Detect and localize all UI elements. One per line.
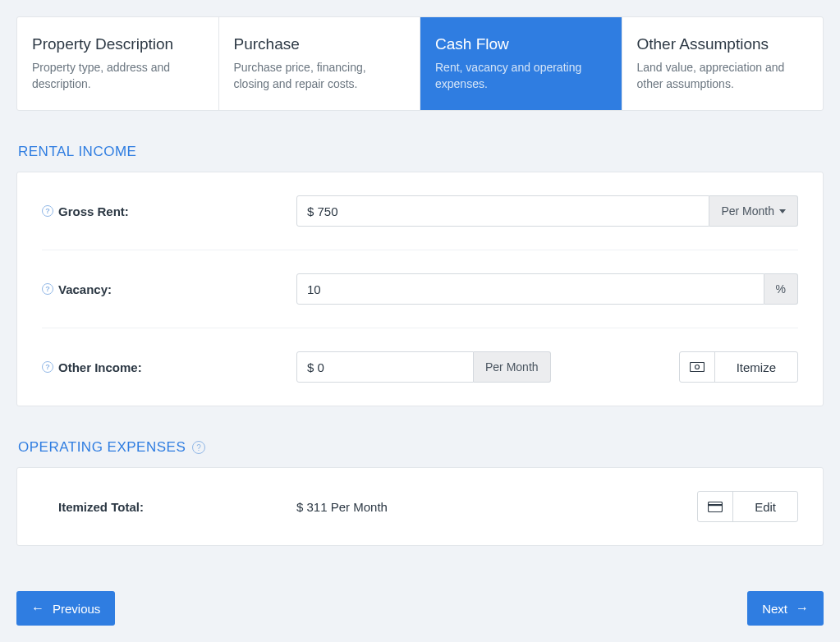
section-header-rental-income: RENTAL INCOME [18,144,824,160]
wizard-tabs: Property Description Property type, addr… [16,16,824,111]
help-icon[interactable]: ? [42,361,53,373]
label-col: ? Gross Rent: [42,204,296,218]
period-label: Per Month [485,360,539,374]
row-other-income: ? Other Income: Per Month Itemize [42,328,798,406]
section-title: RENTAL INCOME [18,144,136,160]
next-button[interactable]: Next → [747,591,824,626]
page-container: Property Description Property type, addr… [0,0,840,642]
input-col: Per Month Itemize [296,351,798,383]
itemize-label: Itemize [715,360,797,374]
itemized-total-label: Itemized Total: [58,500,144,514]
row-vacancy: ? Vacancy: % [42,250,798,328]
section-title: OPERATING EXPENSES [18,439,186,456]
gross-rent-period-dropdown[interactable]: Per Month [709,195,798,227]
label-col: Itemized Total: [42,500,296,514]
vacancy-input[interactable] [296,273,764,305]
row-gross-rent: ? Gross Rent: Per Month [42,172,798,250]
svg-rect-3 [708,504,723,506]
label-col: ? Other Income: [42,360,296,374]
tab-desc: Purchase price, financing, closing and r… [234,60,406,92]
arrow-left-icon: ← [31,602,44,615]
svg-point-1 [695,365,699,369]
other-income-period: Per Month [474,351,551,383]
svg-rect-2 [709,502,723,511]
help-icon[interactable]: ? [42,205,53,217]
input-col: Per Month [296,195,798,227]
label-col: ? Vacancy: [42,282,296,296]
footer-nav: ← Previous Next → [16,591,824,626]
row-itemized-total: Itemized Total: $ 311 Per Month Edit [42,468,798,545]
help-icon[interactable]: ? [42,283,53,295]
tab-cash-flow[interactable]: Cash Flow Rent, vacancy and operating ex… [420,17,622,110]
tab-title: Purchase [234,35,406,53]
itemized-total-value: $ 311 Per Month [296,500,388,514]
edit-label: Edit [733,500,797,514]
vacancy-unit: % [764,273,798,305]
svg-rect-0 [690,363,704,372]
tab-purchase[interactable]: Purchase Purchase price, financing, clos… [219,17,421,110]
previous-button[interactable]: ← Previous [16,591,115,626]
unit-label: % [776,282,786,296]
tab-title: Other Assumptions [637,35,809,53]
tab-desc: Land value, appreciation and other assum… [637,60,809,92]
credit-card-icon [698,492,733,521]
tab-title: Cash Flow [435,35,607,53]
cash-icon [680,352,715,382]
tab-desc: Property type, address and description. [32,60,204,92]
section-header-operating-expenses: OPERATING EXPENSES ? [18,439,824,456]
arrow-right-icon: → [796,602,809,615]
tab-desc: Rent, vacancy and operating expenses. [435,60,607,92]
help-icon[interactable]: ? [192,441,205,454]
next-label: Next [762,602,787,616]
rental-income-card: ? Gross Rent: Per Month ? Vacancy: [16,172,824,406]
input-col: % [296,273,798,305]
caret-down-icon [779,209,786,213]
other-income-label: Other Income: [58,360,142,374]
gross-rent-label: Gross Rent: [58,204,129,218]
tab-title: Property Description [32,35,204,53]
period-label: Per Month [721,204,774,218]
operating-expenses-card: Itemized Total: $ 311 Per Month Edit [16,467,824,546]
other-income-input[interactable] [296,351,474,383]
value-col: $ 311 Per Month Edit [296,491,798,522]
tab-property-description[interactable]: Property Description Property type, addr… [17,17,219,110]
gross-rent-input[interactable] [296,195,709,227]
tab-other-assumptions[interactable]: Other Assumptions Land value, appreciati… [622,17,824,110]
prev-label: Previous [53,602,100,616]
itemize-button[interactable]: Itemize [679,351,798,383]
edit-button[interactable]: Edit [697,491,798,522]
vacancy-label: Vacancy: [58,282,112,296]
